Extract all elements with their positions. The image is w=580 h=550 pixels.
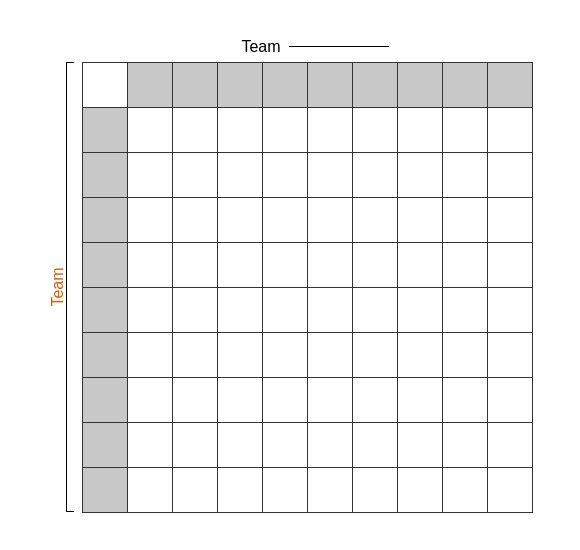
table-row bbox=[262, 377, 307, 422]
table-row bbox=[172, 422, 217, 467]
table-row bbox=[487, 107, 532, 152]
table-row bbox=[397, 197, 442, 242]
table-row bbox=[487, 332, 532, 377]
page-wrapper: Team Team bbox=[0, 0, 580, 550]
table-row bbox=[307, 467, 352, 512]
table-row bbox=[172, 377, 217, 422]
table-row bbox=[487, 467, 532, 512]
table-row bbox=[307, 332, 352, 377]
table-row bbox=[82, 377, 127, 422]
table-row bbox=[442, 422, 487, 467]
table-row bbox=[352, 332, 397, 377]
table-row bbox=[397, 152, 442, 197]
table-row bbox=[442, 242, 487, 287]
table-row bbox=[217, 467, 262, 512]
grid-with-side-label: Team bbox=[48, 62, 533, 513]
table-row bbox=[172, 107, 217, 152]
table-row bbox=[82, 152, 127, 197]
table-row bbox=[442, 287, 487, 332]
table-row bbox=[127, 467, 172, 512]
table-row bbox=[127, 422, 172, 467]
table-row bbox=[397, 62, 442, 107]
table-row bbox=[262, 107, 307, 152]
table-row bbox=[352, 62, 397, 107]
table-row bbox=[172, 152, 217, 197]
table-row bbox=[127, 332, 172, 377]
table-row bbox=[262, 422, 307, 467]
table-row bbox=[82, 467, 127, 512]
table-row bbox=[127, 377, 172, 422]
table-row bbox=[442, 377, 487, 422]
table-row bbox=[397, 377, 442, 422]
table-row bbox=[82, 422, 127, 467]
table-row bbox=[217, 107, 262, 152]
side-label-container: Team bbox=[48, 62, 78, 512]
table-row bbox=[307, 197, 352, 242]
table-row bbox=[172, 467, 217, 512]
table-row bbox=[262, 152, 307, 197]
table-row bbox=[307, 242, 352, 287]
side-bracket bbox=[66, 62, 74, 512]
table-row bbox=[352, 107, 397, 152]
table-row bbox=[352, 377, 397, 422]
table-row bbox=[487, 242, 532, 287]
table-row bbox=[487, 152, 532, 197]
table-row bbox=[217, 197, 262, 242]
table-row bbox=[307, 377, 352, 422]
table-row bbox=[127, 197, 172, 242]
table-row bbox=[127, 287, 172, 332]
table-row bbox=[217, 287, 262, 332]
table-row bbox=[217, 242, 262, 287]
table-row bbox=[442, 467, 487, 512]
table-row bbox=[397, 287, 442, 332]
table-row bbox=[82, 62, 127, 107]
top-underline-line bbox=[289, 46, 389, 47]
table-row bbox=[397, 467, 442, 512]
table-row bbox=[487, 62, 532, 107]
table-row bbox=[397, 332, 442, 377]
table-row bbox=[217, 377, 262, 422]
table-row bbox=[397, 242, 442, 287]
table-row bbox=[352, 242, 397, 287]
side-team-label: Team bbox=[48, 267, 66, 306]
table-row bbox=[262, 287, 307, 332]
table-row bbox=[82, 332, 127, 377]
table-row bbox=[442, 152, 487, 197]
table-row bbox=[82, 242, 127, 287]
table-row bbox=[262, 332, 307, 377]
table-row bbox=[397, 107, 442, 152]
table-row bbox=[397, 422, 442, 467]
table-row bbox=[307, 152, 352, 197]
table-row bbox=[127, 152, 172, 197]
table-row bbox=[127, 62, 172, 107]
table-row bbox=[262, 62, 307, 107]
table-row bbox=[442, 62, 487, 107]
table-row bbox=[487, 197, 532, 242]
table-row bbox=[172, 62, 217, 107]
table-row bbox=[307, 62, 352, 107]
table-row bbox=[217, 152, 262, 197]
table-row bbox=[262, 467, 307, 512]
content-area: Team Team bbox=[48, 38, 533, 513]
table-row bbox=[127, 242, 172, 287]
table-row bbox=[82, 287, 127, 332]
table-row bbox=[352, 197, 397, 242]
table-row bbox=[307, 107, 352, 152]
table-row bbox=[352, 287, 397, 332]
table-row bbox=[442, 332, 487, 377]
table-row bbox=[262, 242, 307, 287]
table-row bbox=[352, 422, 397, 467]
table-row bbox=[217, 62, 262, 107]
top-label-row: Team bbox=[191, 38, 388, 56]
table-row bbox=[487, 422, 532, 467]
table-row bbox=[487, 287, 532, 332]
table-row bbox=[172, 197, 217, 242]
table-row bbox=[352, 152, 397, 197]
table-row bbox=[487, 377, 532, 422]
table-row bbox=[82, 107, 127, 152]
table-row bbox=[127, 107, 172, 152]
table-row bbox=[82, 197, 127, 242]
table-row bbox=[172, 332, 217, 377]
grid-table bbox=[82, 62, 533, 513]
table-row bbox=[217, 422, 262, 467]
